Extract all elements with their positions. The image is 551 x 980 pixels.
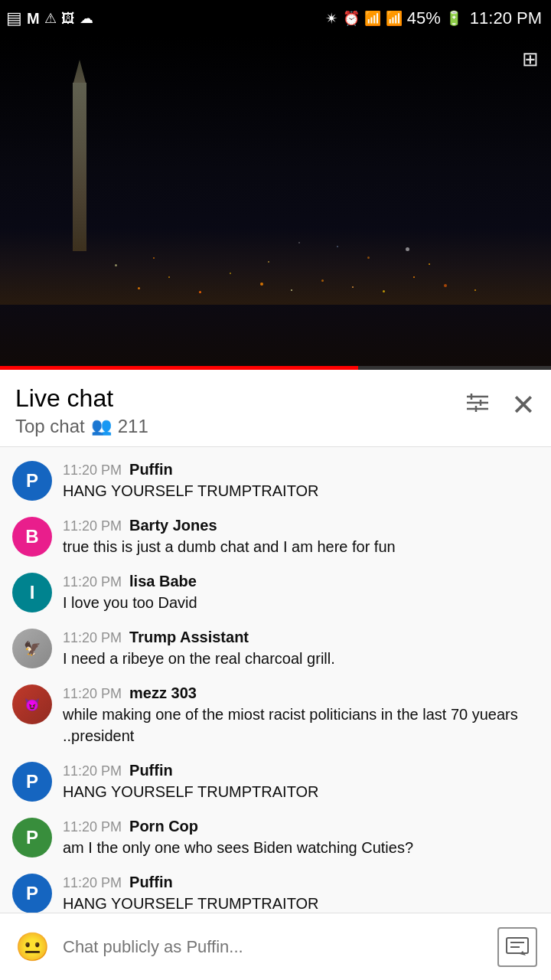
message-time: 11:20 PM [63,819,122,835]
message-row: 😈11:20 PMmezz 303while making one of the… [0,677,551,754]
message-content: 11:20 PMPorn Copam I the only one who se… [63,818,539,858]
avatar: P [12,762,52,802]
message-content: 11:20 PMTrump AssistantI need a ribeye o… [63,629,539,669]
message-content: 11:20 PMPuffinHANG YOURSELF TRUMPTRAITOR [63,874,539,914]
message-author: Trump Assistant [129,629,249,646]
alert-icon: ⚠ [44,10,57,27]
message-author: Porn Cop [129,818,198,835]
viewer-count: 211 [118,416,148,437]
message-author: Puffin [129,762,173,779]
avatar: P [12,818,52,858]
avatar: P [12,874,52,913]
message-row: P11:20 PMPuffinHANG YOURSELF TRUMPTRAITO… [0,453,551,509]
message-time: 11:20 PM [63,686,122,702]
message-content: 11:20 PMmezz 303while making one of the … [63,684,539,746]
monument [73,83,86,251]
message-text: HANG YOURSELF TRUMPTRAITOR [63,480,539,501]
message-time: 11:20 PM [63,630,122,646]
avatar: 🦅 [12,629,52,668]
message-meta: 11:20 PMTrump Assistant [63,629,539,646]
message-content: 11:20 PMPuffinHANG YOURSELF TRUMPTRAITOR [63,461,539,501]
chat-input-bar: 😐 [0,913,551,980]
message-content: 11:20 PMPuffinHANG YOURSELF TRUMPTRAITOR [63,762,539,802]
cloud-icon: ☁ [80,10,93,27]
message-meta: 11:20 PMPuffin [63,762,539,779]
bluetooth-icon: ✴ [325,9,338,28]
filter-icon[interactable] [465,392,490,419]
notification-icons: ▤ M ⚠ 🖼 ☁ [6,8,93,28]
top-chat-label[interactable]: Top chat [15,416,85,437]
people-icon: 👥 [91,416,112,436]
m-icon: M [27,10,40,28]
status-bar: ▤ M ⚠ 🖼 ☁ ✴ ⏰ 📶 📶 45% 🔋 11:20 PM [0,0,551,37]
message-text: I need a ribeye on the real charcoal gri… [63,648,539,669]
system-icons: ✴ ⏰ 📶 📶 45% 🔋 11:20 PM [325,8,542,28]
avatar: P [12,461,52,501]
message-time: 11:20 PM [63,574,122,590]
live-chat-title: Live chat [15,384,148,413]
file-icon: ▤ [6,8,22,28]
signal-icon: 📶 [386,10,403,27]
message-row: P11:20 PMPorn Copam I the only one who s… [0,810,551,866]
time-display: 11:20 PM [470,8,542,28]
message-text: HANG YOURSELF TRUMPTRAITOR [63,781,539,802]
alarm-icon: ⏰ [343,10,360,27]
message-time: 11:20 PM [63,518,122,534]
message-author: Puffin [129,874,173,891]
chat-header-left: Live chat Top chat 👥 211 [15,384,148,437]
message-meta: 11:20 PMPuffin [63,461,539,479]
chat-input-field[interactable] [63,937,485,957]
video-progress-fill [0,366,358,370]
message-row: 🦅11:20 PMTrump AssistantI need a ribeye … [0,621,551,677]
message-content: 11:20 PMlisa BabeI love you too David [63,573,539,613]
message-meta: 11:20 PMmezz 303 [63,684,539,702]
chat-messages-list: P11:20 PMPuffinHANG YOURSELF TRUMPTRAITO… [0,447,551,980]
battery-icon: 🔋 [445,10,462,27]
message-row: I11:20 PMlisa BabeI love you too David [0,565,551,621]
message-row: B11:20 PMBarty Jonestrue this is just a … [0,509,551,565]
wifi-icon: 📶 [364,10,381,27]
message-meta: 11:20 PMPuffin [63,874,539,891]
message-author: Puffin [129,461,173,479]
message-meta: 11:20 PMPorn Cop [63,818,539,835]
message-meta: 11:20 PMlisa Babe [63,573,539,590]
svg-rect-9 [507,938,528,953]
chat-header-right: ✕ [465,388,536,422]
message-text: while making one of the miost racist pol… [63,704,539,746]
message-author: Barty Jones [129,517,217,534]
message-meta: 11:20 PMBarty Jones [63,517,539,534]
chat-header: Live chat Top chat 👥 211 ✕ [0,370,551,447]
emoji-button[interactable]: 😐 [12,927,52,967]
message-text: true this is just a dumb chat and I am h… [63,536,539,557]
message-text: am I the only one who sees Biden watchin… [63,837,539,858]
emoji-icon: 😐 [15,931,50,963]
video-player[interactable]: ⊞ [0,37,551,366]
send-button[interactable] [496,926,539,969]
video-progress-bar[interactable] [0,366,551,370]
message-time: 11:20 PM [63,875,122,891]
message-content: 11:20 PMBarty Jonestrue this is just a d… [63,517,539,557]
message-text: HANG YOURSELF TRUMPTRAITOR [63,893,539,914]
message-author: lisa Babe [129,573,197,590]
image-icon: 🖼 [61,11,75,27]
chat-subtitle: Top chat 👥 211 [15,416,148,437]
message-author: mezz 303 [129,684,197,702]
video-settings-icon[interactable]: ⊞ [522,47,539,71]
avatar: I [12,573,52,612]
battery-label: 45% [407,8,441,28]
message-time: 11:20 PM [63,462,122,479]
message-text: I love you too David [63,592,539,613]
close-chat-button[interactable]: ✕ [511,388,536,422]
message-time: 11:20 PM [63,763,122,779]
avatar: 😈 [12,684,52,724]
send-icon [497,927,537,967]
avatar: B [12,517,52,557]
city-dots [0,228,551,320]
message-row: P11:20 PMPuffinHANG YOURSELF TRUMPTRAITO… [0,754,551,810]
